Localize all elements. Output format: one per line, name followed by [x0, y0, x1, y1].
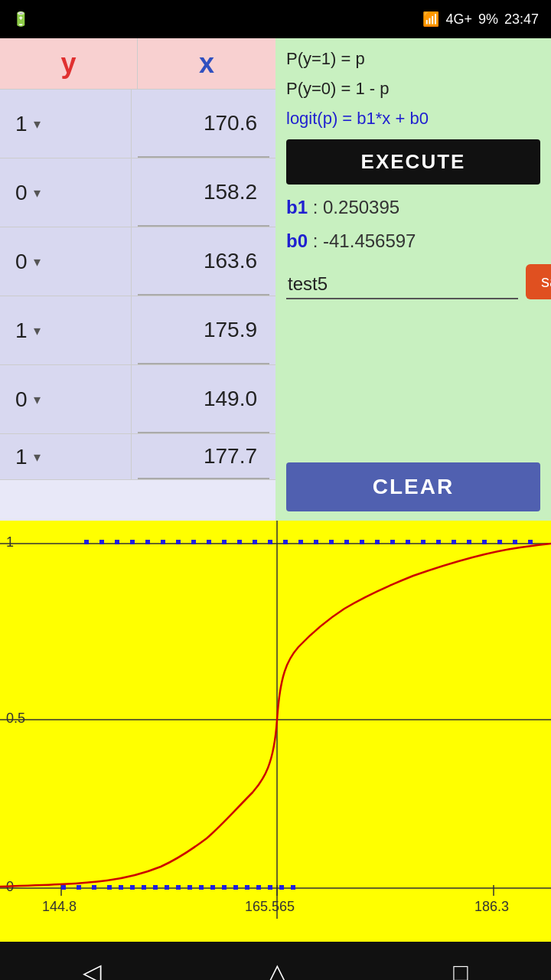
svg-rect-35 [115, 540, 119, 544]
svg-rect-46 [165, 885, 169, 890]
cell-x-3[interactable]: 163.6 [138, 227, 269, 296]
b0-value: : -41.456597 [313, 230, 416, 251]
svg-rect-27 [237, 540, 242, 544]
svg-rect-11 [329, 540, 334, 544]
table-row: 1 ▾ 175.9 [0, 296, 276, 365]
svg-rect-28 [222, 540, 227, 544]
nav-bar: ◁ △ □ [0, 942, 551, 980]
x-label-186: 186.3 [474, 899, 509, 914]
svg-rect-33 [145, 540, 150, 544]
svg-rect-38 [61, 885, 66, 890]
dropdown-arrow-3[interactable]: ▾ [34, 253, 41, 270]
svg-rect-18 [436, 540, 441, 544]
svg-rect-55 [268, 885, 272, 890]
battery-charging-icon: 🔋 [12, 11, 29, 28]
clear-button[interactable]: CLEAR [286, 462, 540, 511]
svg-rect-43 [130, 885, 135, 890]
b0-result: b0 : -41.456597 [286, 227, 540, 255]
table-header: y x [0, 38, 276, 90]
svg-rect-49 [199, 885, 204, 890]
svg-rect-8 [283, 540, 288, 544]
dropdown-arrow-6[interactable]: ▾ [34, 449, 41, 466]
svg-rect-50 [210, 885, 215, 890]
svg-rect-14 [375, 540, 380, 544]
col-header-x: x [138, 38, 276, 89]
svg-rect-47 [176, 885, 181, 890]
svg-rect-26 [253, 540, 257, 544]
svg-rect-54 [256, 885, 261, 890]
x-label-144: 144.8 [42, 899, 77, 914]
cell-y-6[interactable]: 1 ▾ [0, 434, 132, 479]
x-label-165: 165.565 [245, 899, 295, 914]
b1-value: : 0.250395 [313, 197, 399, 217]
svg-rect-34 [130, 540, 135, 544]
home-button[interactable]: △ [245, 950, 310, 980]
cell-y-4[interactable]: 1 ▾ [0, 296, 132, 364]
svg-rect-32 [161, 540, 165, 544]
svg-rect-22 [497, 540, 502, 544]
status-left: 🔋 [12, 11, 29, 28]
cell-x-5[interactable]: 149.0 [138, 365, 269, 433]
table-row: 0 ▾ 158.2 [0, 158, 276, 227]
svg-rect-30 [191, 540, 196, 544]
dropdown-arrow-1[interactable]: ▾ [34, 116, 41, 132]
svg-rect-10 [314, 540, 318, 544]
svg-rect-48 [187, 885, 192, 890]
svg-rect-13 [360, 540, 364, 544]
recent-button[interactable]: □ [430, 951, 491, 981]
y-label-1: 1 [6, 534, 14, 550]
svg-rect-45 [153, 885, 158, 890]
save-name-input[interactable] [286, 270, 518, 299]
svg-rect-51 [222, 885, 227, 890]
svg-rect-29 [207, 540, 211, 544]
table-row: 1 ▾ 170.6 [0, 90, 276, 158]
table-row: 0 ▾ 149.0 [0, 365, 276, 434]
cell-x-4[interactable]: 175.9 [138, 296, 269, 364]
dropdown-arrow-2[interactable]: ▾ [34, 185, 41, 201]
svg-rect-40 [92, 885, 96, 890]
svg-rect-25 [268, 540, 272, 544]
execute-button[interactable]: EXECUTE [286, 139, 540, 185]
battery-level: 9% [478, 11, 498, 28]
svg-rect-37 [84, 540, 89, 544]
cell-y-2[interactable]: 0 ▾ [0, 158, 132, 227]
svg-rect-56 [279, 885, 284, 890]
svg-rect-24 [528, 540, 533, 544]
svg-rect-53 [245, 885, 249, 890]
formula-py1: P(y=1) = p [286, 47, 540, 71]
svg-rect-20 [467, 540, 471, 544]
svg-rect-12 [344, 540, 349, 544]
logistic-chart: 1 0.5 0 144.8 165.565 186.3 [0, 521, 551, 919]
dropdown-arrow-4[interactable]: ▾ [34, 322, 41, 339]
b1-result: b1 : 0.250395 [286, 194, 540, 221]
save-button[interactable]: save [526, 264, 551, 299]
svg-rect-17 [421, 540, 425, 544]
svg-rect-31 [176, 540, 181, 544]
y-label-05: 0.5 [6, 710, 25, 726]
data-table: y x 1 ▾ 170.6 0 ▾ 158.2 [0, 38, 276, 521]
svg-rect-9 [298, 540, 303, 544]
svg-rect-52 [233, 885, 238, 890]
svg-rect-42 [119, 885, 123, 890]
cell-x-2[interactable]: 158.2 [138, 158, 269, 227]
table-row: 1 ▾ 177.7 [0, 434, 276, 480]
right-panel: P(y=1) = p P(y=0) = 1 - p logit(p) = b1*… [276, 38, 551, 521]
cell-y-5[interactable]: 0 ▾ [0, 365, 132, 433]
cell-x-6[interactable]: 177.7 [138, 434, 269, 479]
chart-area: 1 0.5 0 144.8 165.565 186.3 [0, 521, 551, 942]
b0-label: b0 [286, 230, 308, 251]
cell-y-1[interactable]: 1 ▾ [0, 90, 132, 158]
svg-rect-23 [513, 540, 517, 544]
formula-logit: logit(p) = b1*x + b0 [286, 107, 540, 131]
table-row: 0 ▾ 163.6 [0, 227, 276, 296]
back-button[interactable]: ◁ [60, 950, 125, 980]
status-right: 📶 4G+ 9% 23:47 [422, 11, 539, 28]
svg-rect-15 [390, 540, 395, 544]
clock: 23:47 [504, 11, 539, 28]
cell-x-1[interactable]: 170.6 [138, 90, 269, 158]
dropdown-arrow-5[interactable]: ▾ [34, 391, 41, 408]
svg-rect-41 [107, 885, 112, 890]
cell-y-3[interactable]: 0 ▾ [0, 227, 132, 296]
col-header-y: y [0, 38, 138, 89]
signal-label: 4G+ [445, 11, 472, 28]
